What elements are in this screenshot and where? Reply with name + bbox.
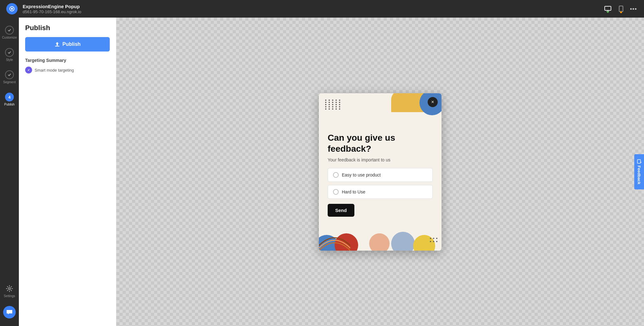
publish-label: Publish [4, 103, 15, 106]
topbar: ExpressionEngine Popup d561-95-70-165-16… [0, 0, 644, 18]
smart-mode-label: Smart mode targeting [35, 68, 74, 73]
svg-point-6 [633, 8, 634, 10]
radio-option-hard[interactable]: Hard to Use [328, 185, 433, 199]
radio-circle-easy [333, 172, 339, 178]
main-layout: Customize Style Segment 4 Pub [0, 18, 644, 326]
style-label: Style [6, 58, 13, 62]
publish-button-label: Publish [63, 41, 81, 47]
sidebar-item-segment[interactable]: Segment [1, 67, 18, 87]
svg-point-11 [433, 238, 434, 239]
svg-point-1 [11, 8, 13, 10]
settings-icon [5, 284, 14, 293]
svg-point-5 [630, 8, 632, 10]
more-options-button[interactable] [629, 7, 638, 11]
settings-label: Settings [4, 294, 15, 298]
publish-button[interactable]: Publish [25, 37, 110, 52]
sidebar-nav: Customize Style Segment 4 Pub [0, 18, 19, 326]
svg-point-15 [436, 241, 437, 242]
decorative-dots [325, 100, 344, 118]
customize-icon [5, 26, 14, 35]
publish-panel: Publish Publish Targeting Summary Smart … [19, 18, 116, 326]
publish-step-icon: 4 [5, 93, 14, 101]
targeting-summary-title: Targeting Summary [25, 58, 110, 63]
sidebar-item-publish[interactable]: 4 Publish [1, 90, 18, 109]
mobile-view-button[interactable] [617, 4, 625, 13]
sidebar-item-style[interactable]: Style [1, 45, 18, 65]
customize-label: Customize [2, 36, 17, 39]
sidebar-item-settings[interactable]: Settings [1, 281, 18, 301]
smart-mode-row: Smart mode targeting [25, 67, 110, 73]
panel-title: Publish [25, 24, 110, 32]
svg-point-14 [433, 241, 434, 242]
segment-icon [5, 70, 14, 79]
app-logo [6, 3, 18, 14]
app-url: d561-95-70-165-168.eu.ngrok.io [23, 9, 81, 14]
svg-point-10 [430, 238, 431, 239]
radio-label-easy: Easy to use product [342, 172, 381, 177]
popup-close-button[interactable]: × [428, 97, 438, 107]
segment-label: Segment [3, 80, 16, 84]
close-icon: × [431, 99, 434, 105]
app-name: ExpressionEngine Popup [23, 4, 81, 9]
style-icon [5, 48, 14, 57]
sidebar-item-customize[interactable]: Customize [1, 23, 18, 42]
svg-point-8 [8, 288, 10, 290]
radio-option-easy[interactable]: Easy to use product [328, 168, 433, 182]
popup-subtext: Your feedback is important to us [328, 157, 433, 162]
popup-body: Can you give us feedback? Your feedback … [319, 125, 441, 225]
send-button-label: Send [335, 208, 347, 213]
lavender-shape [391, 232, 415, 251]
svg-point-4 [621, 10, 621, 11]
popup-heading: Can you give us feedback? [328, 132, 433, 154]
desktop-view-button[interactable] [602, 5, 613, 13]
peach-shape [369, 233, 390, 251]
popup-modal: × Can you give us feedback? Your feedbac… [319, 93, 441, 251]
svg-point-13 [430, 241, 431, 242]
svg-point-12 [436, 238, 437, 239]
popup-footer-art [319, 225, 441, 251]
publish-step-number: 4 [8, 95, 10, 100]
smart-mode-icon [25, 67, 32, 73]
arc-shape [319, 235, 350, 251]
chat-button[interactable] [3, 306, 16, 318]
send-button[interactable]: Send [328, 204, 354, 217]
svg-rect-2 [605, 6, 611, 10]
preview-area: × Can you give us feedback? Your feedbac… [116, 18, 644, 326]
svg-point-7 [635, 8, 636, 10]
popup-header-art [319, 93, 441, 125]
popup-overlay: × Can you give us feedback? Your feedbac… [116, 18, 644, 326]
radio-circle-hard [333, 189, 339, 195]
topbar-device-controls [602, 4, 638, 13]
radio-label-hard: Hard to Use [342, 189, 365, 194]
footer-dots [429, 237, 438, 247]
